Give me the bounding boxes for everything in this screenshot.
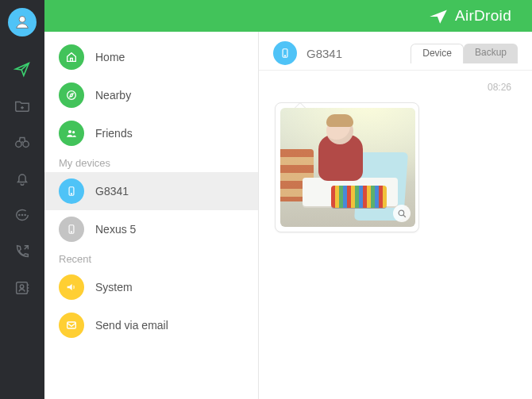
nav-contacts[interactable]: [13, 279, 31, 297]
list-item-label: Home: [95, 51, 125, 63]
list-item-label: Nexus 5: [95, 223, 136, 236]
nav-notifications[interactable]: [13, 170, 31, 187]
contact-card-icon: [13, 279, 31, 297]
svg-rect-15: [67, 322, 76, 328]
tab-device[interactable]: Device: [411, 44, 464, 63]
section-my-devices: My devices: [44, 152, 258, 172]
svg-point-4: [21, 214, 22, 215]
brand: AirDroid: [428, 6, 511, 26]
svg-point-0: [19, 16, 25, 22]
recent-system[interactable]: System: [44, 268, 258, 306]
nav-chat[interactable]: [13, 206, 31, 224]
device-item-g8341[interactable]: G8341: [44, 172, 258, 210]
svg-point-7: [20, 285, 23, 288]
device-item-nexus5[interactable]: Nexus 5: [44, 210, 258, 248]
main-area: AirDroid Home Nearby: [44, 0, 532, 399]
friends-icon: [59, 121, 84, 146]
recent-email[interactable]: Send via email: [44, 306, 258, 344]
app-root: AirDroid Home Nearby: [0, 0, 532, 399]
list-item-friends[interactable]: Friends: [44, 114, 258, 152]
svg-point-14: [71, 232, 71, 232]
nav-calls[interactable]: [13, 243, 31, 260]
speaker-icon: [59, 274, 84, 300]
home-icon: [59, 44, 84, 70]
mail-icon: [59, 313, 84, 338]
user-avatar[interactable]: [8, 8, 37, 36]
list-item-label: Send via email: [95, 319, 168, 332]
device-title: G8341: [306, 47, 342, 60]
svg-point-8: [67, 91, 76, 100]
thread: 08:26: [259, 71, 532, 399]
phone-icon: [59, 178, 84, 204]
svg-point-12: [71, 194, 71, 194]
message-time: 08:26: [275, 79, 516, 96]
list-item-label: System: [95, 281, 133, 293]
message-image[interactable]: [280, 108, 415, 227]
svg-point-3: [19, 214, 20, 215]
svg-point-9: [68, 130, 71, 133]
phone-icon: [59, 217, 84, 242]
section-recent: Recent: [44, 248, 258, 268]
nav-rail: [0, 0, 44, 399]
pane-header: G8341 Device Backup: [259, 32, 532, 71]
conversation-pane: G8341 Device Backup 08:26: [259, 32, 532, 399]
nav-discover[interactable]: [13, 133, 31, 151]
nav-files[interactable]: [13, 97, 31, 114]
svg-point-1: [16, 141, 21, 147]
compass-icon: [59, 82, 84, 108]
app-header: AirDroid: [44, 0, 532, 32]
folder-icon: [13, 97, 31, 114]
list-item-home[interactable]: Home: [44, 38, 258, 76]
tabs: Device Backup: [411, 44, 518, 63]
list-panel: Home Nearby Friends My devices: [44, 32, 259, 399]
message-bubble[interactable]: [275, 102, 419, 232]
list-item-label: Nearby: [95, 89, 131, 102]
svg-point-5: [25, 214, 25, 215]
tab-backup[interactable]: Backup: [464, 44, 518, 63]
svg-point-10: [72, 131, 75, 133]
list-item-label: G8341: [95, 185, 129, 198]
airdroid-logo-icon: [428, 6, 449, 26]
nav-send[interactable]: [13, 60, 31, 78]
person-icon: [13, 13, 31, 31]
list-item-label: Friends: [95, 127, 133, 140]
phone-out-icon: [13, 243, 31, 260]
paper-plane-icon: [13, 60, 31, 78]
binoculars-icon: [13, 133, 31, 151]
svg-point-18: [399, 210, 404, 216]
phone-icon: [273, 41, 297, 65]
brand-name: AirDroid: [455, 7, 511, 25]
svg-point-17: [284, 56, 285, 56]
content: Home Nearby Friends My devices: [44, 32, 532, 399]
list-item-nearby[interactable]: Nearby: [44, 76, 258, 114]
svg-point-2: [23, 141, 29, 147]
chat-icon: [13, 206, 31, 224]
zoom-icon[interactable]: [393, 205, 411, 222]
bell-icon: [13, 170, 31, 187]
